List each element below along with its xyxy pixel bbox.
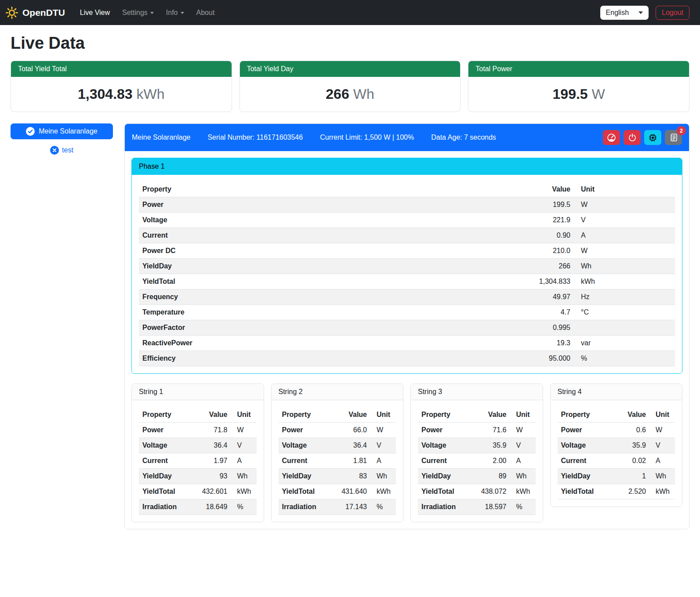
table-cell: W [574,197,675,213]
table-cell: Current [418,453,469,469]
table-row: Current1.81A [279,453,396,469]
table-cell: Wh [370,469,396,484]
nav-item-settings[interactable]: Settings [116,5,160,20]
col-property: Property [139,182,521,197]
string-body: Property Value Unit Power71.8WVoltage36.… [132,400,264,522]
table-cell: Voltage [279,438,330,453]
string-3-table: Property Value Unit Power71.6WVoltage35.… [418,407,536,515]
inverter-sidebar: Meine Solaranlage test [11,123,113,155]
total-power-value: 199.5 [553,86,588,102]
table-cell: Power [558,423,614,438]
table-cell: ReactivePower [139,336,521,351]
phase-body: Property Value Unit Power199.5WVoltage22… [132,175,682,373]
table-row: Current2.00A [418,453,536,469]
col-unit: Unit [231,407,257,423]
table-cell: 66.0 [330,423,370,438]
brand[interactable]: OpenDTU [5,6,65,19]
inverter-item-test[interactable]: test [11,146,113,155]
string-title: String 1 [132,384,264,400]
language-select[interactable]: English [600,6,649,20]
strings-row: String 1 Property Value Unit [131,384,682,522]
string-4-card: String 4 Property Value Unit [550,384,683,507]
inverter-serial: Serial Number: 116171603546 [207,134,303,141]
table-cell: YieldDay [139,469,190,484]
table-cell: A [370,453,396,469]
table-row: Power71.8W [139,423,257,438]
table-cell: % [510,499,536,515]
col-property: Property [558,407,614,423]
col-value: Value [330,407,370,423]
table-cell: Frequency [139,289,521,305]
table-cell: YieldDay [139,259,521,274]
event-log-button[interactable]: 2 [665,130,682,145]
card-body: 1,304.83kWh [11,77,232,112]
table-cell: YieldTotal [139,274,521,289]
table-cell: kWh [370,484,396,499]
table-cell: Current [139,228,521,243]
table-row: Voltage36.4V [279,438,396,453]
table-cell: Wh [510,469,536,484]
string-title: String 3 [411,384,543,400]
x-circle-icon [50,146,59,155]
table-cell: kWh [574,274,675,289]
card-title: Total Power [468,61,689,77]
check-circle-icon [26,127,35,136]
limit-settings-button[interactable] [603,130,620,145]
nav-item-label: About [196,9,215,17]
card-title: Total Yield Total [11,61,232,77]
table-cell: 71.8 [190,423,231,438]
table-cell: Wh [231,469,257,484]
table-row: PowerFactor0.995 [139,320,675,336]
table-row: Temperature4.7°C [139,305,675,320]
col-unit: Unit [649,407,675,423]
table-row: Efficiency95.000% [139,351,675,366]
power-button[interactable] [624,130,641,145]
nav-item-about[interactable]: About [190,5,221,20]
table-row: Current0.90A [139,228,675,243]
nav-item-info[interactable]: Info [160,5,190,20]
table-cell: 35.9 [613,438,649,453]
table-cell: % [231,499,257,515]
table-cell: V [649,438,675,453]
table-cell: 35.9 [469,438,510,453]
table-cell: 95.000 [521,351,574,366]
table-row: YieldDay1Wh [558,469,675,484]
table-row: ReactivePower19.3var [139,336,675,351]
device-info-button[interactable] [644,130,661,145]
table-cell: 210.0 [521,243,574,259]
total-yield-total-value: 1,304.83 [78,86,133,102]
table-cell: Voltage [139,213,521,228]
table-row: YieldDay266Wh [139,259,675,274]
table-row: Voltage35.9V [558,438,675,453]
col-unit: Unit [510,407,536,423]
table-cell: Current [558,453,614,469]
table-row: Voltage221.9V [139,213,675,228]
table-cell: kWh [510,484,536,499]
inverter-limit: Current Limit: 1,500 W | 100% [320,134,414,141]
table-cell: 89 [469,469,510,484]
string-title: String 4 [551,384,682,400]
string-1-card: String 1 Property Value Unit [131,384,264,522]
table-row: YieldTotal438.072kWh [418,484,536,499]
col-value: Value [521,182,574,197]
logout-button[interactable]: Logout [656,6,689,20]
table-cell: 93 [190,469,231,484]
brand-label: OpenDTU [22,7,65,18]
inverter-name: Meine Solaranlage [132,134,190,141]
table-row: Voltage35.9V [418,438,536,453]
table-cell: 2.00 [469,453,510,469]
col-value: Value [469,407,510,423]
table-cell: V [510,438,536,453]
table-cell: 1,304.833 [521,274,574,289]
table-cell: W [231,423,257,438]
nav-item-live-view[interactable]: Live View [74,5,116,20]
inverter-card: Meine Solaranlage Serial Number: 1161716… [124,123,689,529]
table-cell: kWh [649,484,675,499]
sun-icon [5,6,18,19]
table-cell: 0.995 [521,320,574,336]
event-count-badge: 2 [677,126,686,135]
inverter-selected-button[interactable]: Meine Solaranlage [11,123,113,139]
table-row: Current1.97A [139,453,257,469]
table-header-row: Property Value Unit [139,407,257,423]
table-cell: Irradiation [418,499,469,515]
